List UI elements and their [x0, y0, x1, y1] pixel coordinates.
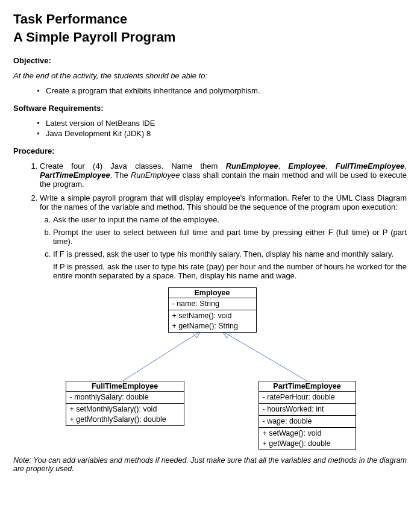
objective-intro: At the end of the activity, the students… — [13, 71, 407, 80]
uml-attr: - hoursWorked: int — [263, 404, 352, 415]
text: , — [325, 161, 336, 171]
software-item: Latest version of NetBeans IDE — [37, 119, 407, 128]
procedure-heading: Procedure: — [13, 146, 407, 155]
uml-attr: - ratePerHour: double — [263, 392, 352, 402]
svg-line-0 — [123, 332, 199, 381]
uml-title: Employee — [169, 288, 256, 298]
title-line-1: Task Performance — [13, 11, 407, 28]
uml-title: FullTimeEmployee — [66, 381, 184, 392]
note-text: Note: You can add variables and methods … — [13, 456, 407, 473]
uml-class-parttimeemployee: PartTimeEmployee - ratePerHour: double -… — [259, 381, 356, 449]
procedure-step-2: Write a simple payroll program that will… — [40, 193, 407, 280]
uml-method: + getWage(): double — [263, 439, 352, 449]
uml-method: + setMonthlySalary(): void — [70, 404, 180, 415]
software-item: Java Development Kit (JDK) 8 — [37, 129, 407, 138]
uml-class-fulltimeemployee: FullTimeEmployee - monthlySalary: double… — [66, 381, 184, 426]
uml-class-employee: Employee - name: String + setName(): voi… — [168, 287, 257, 333]
uml-method: + getName(): String — [172, 321, 252, 331]
objective-heading: Objective: — [13, 56, 407, 65]
text: , — [278, 161, 288, 171]
class-name-runemployee-italic: RunEmployee — [131, 171, 180, 180]
class-name-runemployee: RunEmployee — [226, 161, 278, 171]
substep-a: Ask the user to input the name of the em… — [53, 215, 407, 224]
substep-b: Prompt the user to select between full t… — [53, 228, 407, 246]
class-name-parttimeemployee: PartTimeEmployee — [40, 171, 110, 180]
class-name-employee: Employee — [288, 161, 325, 171]
uml-title: PartTimeEmployee — [259, 381, 356, 392]
uml-method: + setName(): void — [172, 311, 252, 321]
uml-method: + getMonthlySalary(): double — [70, 415, 180, 425]
uml-diagram: Employee - name: String + setName(): voi… — [42, 287, 379, 444]
text: If P is pressed, ask the user to type hi… — [53, 262, 407, 280]
uml-attr: - name: String — [172, 299, 252, 309]
title-line-2: A Simple Payroll Program — [13, 29, 407, 46]
class-name-fulltimeemployee: FullTimeEmployee — [336, 161, 405, 171]
text: Create four (4) Java classes. Name them — [40, 161, 226, 171]
software-heading: Software Requirements: — [13, 104, 407, 113]
text: If F is pressed, ask the user to type hi… — [53, 249, 407, 258]
svg-line-1 — [224, 332, 307, 381]
procedure-step-1: Create four (4) Java classes. Name them … — [40, 161, 407, 189]
text: , — [404, 161, 407, 171]
substep-c: If F is pressed, ask the user to type hi… — [53, 249, 407, 280]
text: . The — [110, 171, 131, 180]
uml-attr: - wage: double — [263, 416, 352, 427]
objective-item: Create a program that exhibits inheritan… — [37, 86, 407, 95]
uml-attr: - monthlySalary: double — [70, 392, 180, 402]
text: Write a simple payroll program that will… — [40, 193, 407, 211]
uml-method: + setWage(): void — [263, 428, 352, 439]
